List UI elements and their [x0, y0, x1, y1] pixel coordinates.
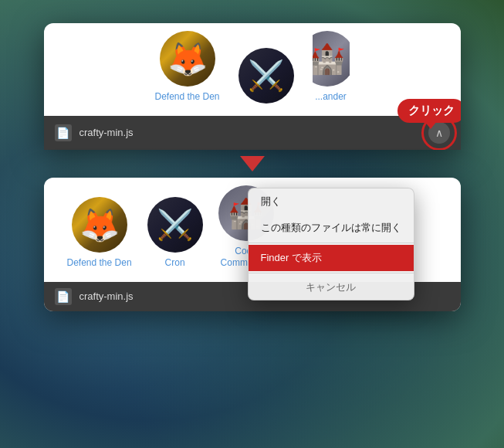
context-menu-divider	[249, 243, 414, 243]
app-item-defend-bottom: Defend the Den	[67, 197, 132, 270]
context-menu-show-finder[interactable]: Finder で表示	[249, 245, 414, 271]
app-label-defend-top: Defend the Den	[154, 91, 219, 104]
download-filename-top: crafty-min.js	[79, 127, 421, 138]
click-bubble: クリック	[397, 99, 461, 123]
download-file-icon-bottom: 📄	[55, 288, 72, 305]
bottom-panel-wrapper: Defend the Den Cron CodeCommander 📄 craf…	[44, 178, 461, 311]
app-item-defend-top: Defend the Den	[154, 31, 219, 104]
chevron-wrapper: ∧ クリック	[428, 122, 450, 144]
app-label-defend-bottom: Defend the Den	[67, 257, 132, 270]
top-panel: Defend the Den ...ander 📄 crafty-min.js …	[44, 23, 461, 150]
download-bar-top: 📄 crafty-min.js ∧ クリック	[44, 116, 461, 150]
app-icon-defend-bottom	[72, 197, 127, 253]
app-icon-commander-top	[313, 31, 350, 87]
top-apps-row: Defend the Den ...ander	[44, 23, 461, 116]
app-item-commander-top: ...ander	[313, 31, 350, 104]
top-panel-wrapper: Defend the Den ...ander 📄 crafty-min.js …	[44, 0, 461, 150]
app-label-cron-bottom: Cron	[165, 257, 185, 270]
app-icon-cron-top	[238, 48, 294, 104]
download-file-icon-top: 📄	[55, 124, 72, 141]
context-menu-open[interactable]: 開く	[249, 188, 414, 215]
app-label-commander-partial-top: ...ander	[315, 91, 347, 104]
app-icon-defend-top	[160, 31, 215, 87]
app-icon-cron-bottom	[147, 197, 203, 253]
down-arrow-icon	[240, 156, 265, 171]
context-menu-divider-2	[249, 273, 414, 273]
context-menu-always-open[interactable]: この種類のファイルは常に開く	[249, 215, 414, 241]
arrow-container	[240, 150, 265, 178]
app-item-cron-bottom: Cron	[147, 197, 203, 270]
context-menu: 開く この種類のファイルは常に開く Finder で表示 キャンセル	[248, 188, 414, 300]
app-item-cron-top	[238, 48, 294, 104]
context-menu-cancel[interactable]: キャンセル	[249, 275, 414, 300]
